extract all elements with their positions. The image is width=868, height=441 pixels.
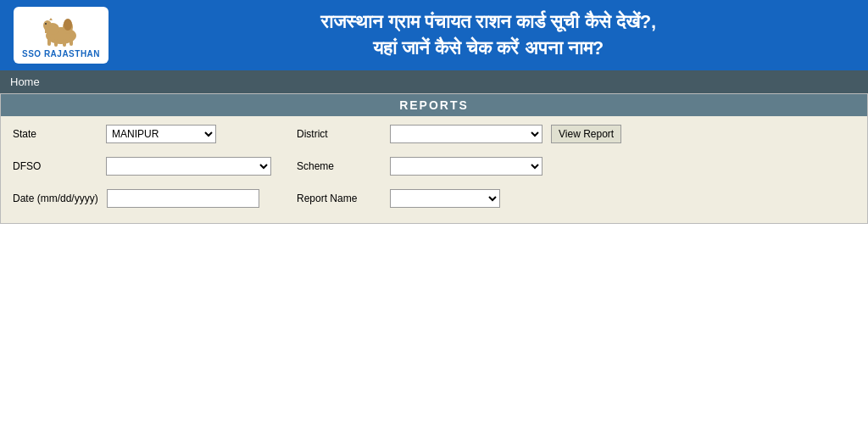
- report-name-select[interactable]: [390, 189, 500, 208]
- reports-panel: REPORTS State MANIPUR DFSO: [0, 93, 868, 224]
- header-banner: SSO RAJASTHAN राजस्थान ग्राम पंचायत राशन…: [0, 0, 868, 70]
- logo-label: SSO RAJASTHAN: [22, 49, 100, 59]
- report-name-row: Report Name: [297, 189, 621, 208]
- scheme-select[interactable]: [390, 157, 542, 176]
- dfso-row: DFSO: [13, 157, 271, 176]
- header-title: राजस्थान ग्राम पंचायत राशन कार्ड सूची कै…: [122, 9, 854, 62]
- svg-rect-3: [47, 37, 51, 46]
- state-select[interactable]: MANIPUR: [106, 125, 216, 143]
- scheme-label: Scheme: [297, 160, 381, 172]
- scheme-row: Scheme: [297, 157, 621, 176]
- form-left-section: State MANIPUR DFSO Date (mm/dd/yyyy): [13, 125, 271, 215]
- svg-rect-5: [63, 39, 66, 47]
- date-input[interactable]: [107, 189, 259, 208]
- dfso-label: DFSO: [13, 160, 97, 172]
- district-select[interactable]: [390, 125, 542, 143]
- home-link[interactable]: Home: [10, 75, 40, 88]
- district-row: District View Report: [297, 125, 621, 143]
- svg-rect-4: [54, 39, 58, 47]
- reports-body: State MANIPUR DFSO Date (mm/dd/yyyy): [1, 116, 867, 223]
- dfso-select[interactable]: [106, 157, 271, 176]
- date-row: Date (mm/dd/yyyy): [13, 189, 271, 208]
- reports-form: State MANIPUR DFSO Date (mm/dd/yyyy): [13, 125, 855, 215]
- svg-marker-11: [49, 18, 53, 20]
- district-label: District: [297, 128, 381, 140]
- svg-point-10: [45, 23, 47, 25]
- state-row: State MANIPUR: [13, 125, 271, 143]
- report-name-label: Report Name: [297, 193, 381, 204]
- svg-rect-8: [45, 28, 51, 33]
- view-report-button[interactable]: View Report: [551, 125, 621, 143]
- svg-rect-6: [70, 37, 73, 46]
- nav-bar: Home: [0, 70, 868, 93]
- state-label: State: [13, 128, 97, 140]
- camel-logo-icon: [36, 12, 86, 47]
- reports-header: REPORTS: [1, 94, 867, 116]
- logo-container: SSO RAJASTHAN: [14, 7, 108, 64]
- date-label: Date (mm/dd/yyyy): [13, 193, 98, 204]
- form-right-section: District View Report Scheme Report Name: [297, 125, 621, 215]
- svg-point-9: [64, 19, 72, 31]
